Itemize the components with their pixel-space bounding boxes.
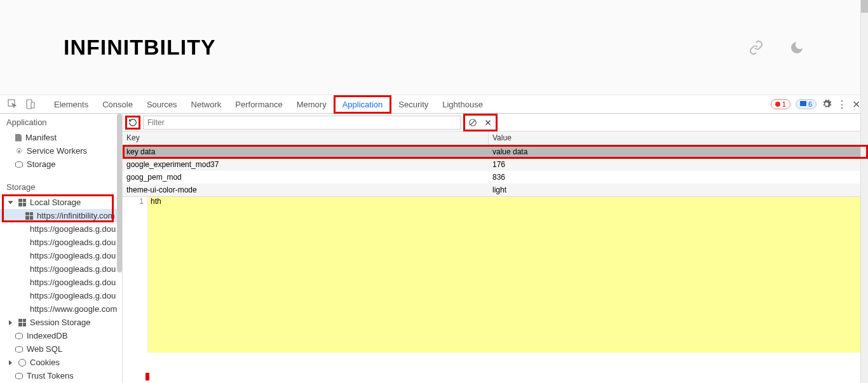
sidebar-label: https://googleads.g.dou	[30, 264, 116, 274]
dark-mode-icon[interactable]	[789, 40, 804, 55]
scrollbar-thumb[interactable]	[117, 114, 122, 272]
sidebar-label: Service Workers	[27, 146, 87, 156]
sidebar-label: https://googleads.g.dou	[30, 278, 116, 287]
table-row[interactable]: key data value data	[123, 145, 868, 158]
sidebar-label: Storage	[27, 159, 56, 169]
value-detail-pane: 1 hth	[123, 196, 868, 353]
sidebar-item-cookies[interactable]: Cookies	[0, 356, 122, 369]
link-icon[interactable]	[749, 40, 764, 55]
grid-icon	[25, 212, 33, 220]
grid-icon	[25, 306, 26, 313]
close-devtools-icon[interactable]: ✕	[852, 98, 860, 111]
tab-lighthouse[interactable]: Lighthouse	[435, 95, 490, 114]
tab-network[interactable]: Network	[184, 95, 229, 114]
tab-security[interactable]: Security	[391, 95, 435, 114]
sidebar-section-application: Application	[0, 114, 122, 131]
sidebar-label: Local Storage	[30, 198, 81, 207]
cell-key: theme-ui-color-mode	[123, 184, 489, 196]
tab-memory[interactable]: Memory	[290, 95, 334, 114]
cookie-icon	[18, 359, 26, 366]
sidebar-origin[interactable]: https://googleads.g.dou	[0, 236, 122, 249]
svg-rect-2	[31, 102, 34, 108]
delete-button[interactable]	[480, 116, 496, 130]
cell-value: light	[489, 184, 868, 196]
tab-sources[interactable]: Sources	[140, 95, 184, 114]
db-icon	[15, 373, 23, 379]
refresh-button[interactable]	[125, 116, 140, 130]
sidebar-label: https://googleads.g.dou	[30, 291, 116, 300]
sidebar-item-websql[interactable]: Web SQL	[0, 342, 122, 356]
grid-icon	[25, 252, 26, 260]
detail-gutter-spacer	[123, 353, 868, 383]
page-scrollbar[interactable]	[860, 0, 868, 383]
grid-icon	[18, 199, 26, 206]
sidebar-label: Cookies	[30, 358, 60, 367]
sidebar-item-service-workers[interactable]: Service Workers	[0, 144, 122, 158]
website-header: INFINITBILITY	[0, 0, 868, 95]
chevron-right-icon	[9, 320, 12, 325]
grid-icon	[25, 225, 26, 233]
storage-table-header: Key Value	[123, 131, 868, 145]
sidebar-label: https://googleads.g.dou	[30, 251, 116, 260]
sidebar-label: https://googleads.g.dou	[30, 238, 116, 247]
sidebar-label: https://www.google.com	[30, 304, 117, 314]
tab-console[interactable]: Console	[95, 95, 140, 114]
sidebar-origin[interactable]: https://googleads.g.dou	[0, 262, 122, 276]
kebab-icon[interactable]: ⋮	[837, 98, 847, 111]
sidebar-origin[interactable]: https://www.google.com	[0, 302, 122, 316]
device-icon[interactable]	[25, 99, 36, 109]
chevron-right-icon	[9, 360, 12, 365]
line-number: 1	[123, 197, 148, 353]
filter-input[interactable]	[143, 116, 461, 130]
cell-key: key data	[123, 146, 489, 158]
tab-performance[interactable]: Performance	[228, 95, 289, 114]
storage-main: Key Value key data value data google_exp…	[123, 114, 868, 383]
sidebar-origin-infinitbility[interactable]: https://infinitbility.com	[0, 209, 122, 222]
header-actions	[749, 40, 804, 55]
grid-icon	[25, 279, 26, 286]
sidebar-item-indexeddb[interactable]: IndexedDB	[0, 329, 122, 342]
cursor-indicator	[146, 373, 149, 380]
column-header-value[interactable]: Value	[489, 131, 868, 145]
cell-value: 836	[489, 171, 868, 183]
tool-group-clear	[463, 114, 498, 131]
tab-elements[interactable]: Elements	[47, 95, 95, 114]
error-badge[interactable]: 1	[771, 99, 790, 109]
chevron-down-icon	[8, 201, 13, 204]
file-icon	[15, 134, 22, 142]
table-row[interactable]: theme-ui-color-mode light	[123, 184, 868, 196]
cell-value: value data	[489, 146, 868, 158]
sidebar-item-session-storage[interactable]: Session Storage	[0, 316, 122, 329]
svg-point-4	[18, 150, 20, 152]
application-panel: Application Manifest Service Workers Sto…	[0, 114, 868, 383]
sidebar-label: Session Storage	[30, 318, 90, 327]
sidebar-origin[interactable]: https://googleads.g.dou	[0, 222, 122, 236]
table-row[interactable]: goog_pem_mod 836	[123, 171, 868, 184]
storage-table-body: key data value data google_experiment_mo…	[123, 145, 868, 196]
sidebar-origin[interactable]: https://googleads.g.dou	[0, 249, 122, 262]
svg-rect-3	[800, 101, 806, 106]
storage-toolbar	[123, 114, 868, 131]
clear-all-button[interactable]	[465, 116, 480, 130]
settings-icon[interactable]	[822, 99, 832, 109]
sidebar-item-manifest[interactable]: Manifest	[0, 131, 122, 144]
db-icon	[15, 333, 23, 339]
sidebar-item-local-storage[interactable]: Local Storage	[0, 196, 122, 209]
info-count: 6	[808, 100, 812, 108]
grid-icon	[25, 292, 26, 300]
sidebar-origin[interactable]: https://googleads.g.dou	[0, 276, 122, 289]
value-content[interactable]: hth	[148, 197, 868, 353]
column-header-key[interactable]: Key	[123, 131, 489, 145]
value-text: hth	[151, 197, 161, 206]
table-row[interactable]: google_experiment_mod37 176	[123, 158, 868, 171]
sidebar-item-trust-tokens[interactable]: Trust Tokens	[0, 369, 122, 382]
tab-application[interactable]: Application	[334, 95, 392, 114]
info-badge[interactable]: 6	[796, 99, 817, 109]
inspect-icon[interactable]	[8, 99, 18, 109]
error-count: 1	[782, 100, 786, 108]
sidebar-label: Web SQL	[27, 344, 62, 354]
sidebar-item-storage[interactable]: Storage	[0, 158, 122, 171]
cell-key: goog_pem_mod	[123, 171, 489, 183]
sidebar-origin[interactable]: https://googleads.g.dou	[0, 289, 122, 302]
scroll-up-button[interactable]	[861, 0, 868, 13]
